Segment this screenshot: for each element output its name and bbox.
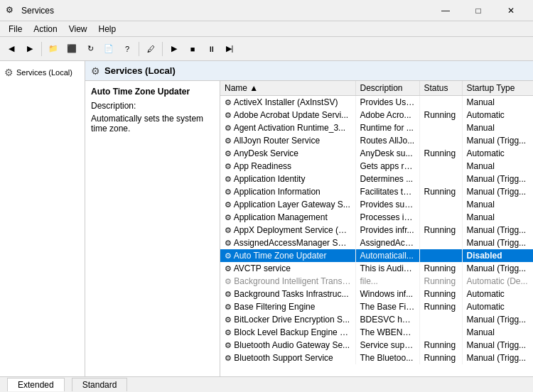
- service-row-icon: ⚙: [225, 124, 232, 132]
- table-row[interactable]: ⚙ AllJoyn Router ServiceRoutes AllJo...M…: [220, 134, 533, 147]
- menu-file[interactable]: File: [3, 23, 28, 36]
- table-row[interactable]: ⚙ BitLocker Drive Encryption S...BDESVC …: [220, 313, 533, 326]
- col-startup[interactable]: Startup Type: [462, 81, 533, 96]
- service-row-icon: ⚙: [225, 354, 232, 362]
- service-startup-cell: Manual (Trigg...: [462, 352, 533, 364]
- restart-button[interactable]: ▶|: [221, 40, 238, 58]
- service-startup-cell: Manual (Trigg...: [462, 313, 533, 326]
- table-row[interactable]: ⚙ AppX Deployment Service (A...Provides …: [220, 224, 533, 236]
- menu-bar: File Action View Help: [0, 21, 533, 37]
- right-panel: ⚙ Services (Local) Auto Time Zone Update…: [85, 61, 533, 376]
- service-status-cell: [419, 211, 462, 224]
- toolbar-sep-3: [162, 42, 163, 56]
- menu-view[interactable]: View: [63, 23, 93, 36]
- service-status-cell: Running: [419, 109, 462, 121]
- table-row[interactable]: ⚙ Adobe Acrobat Update Servi...Adobe Acr…: [220, 109, 533, 121]
- services-table: Name ▲ Description Status Startup Type L…: [220, 81, 533, 364]
- table-row[interactable]: ⚙ Background Intelligent Transfer Servic…: [220, 275, 533, 288]
- service-status-cell: Running: [419, 224, 462, 236]
- forward-button[interactable]: ▶: [21, 40, 38, 58]
- tree-item-label: Services (Local): [16, 68, 72, 77]
- service-desc-cell: This is Audio...: [355, 262, 419, 275]
- table-row[interactable]: ⚙ Application ManagementProcesses in...M…: [220, 211, 533, 224]
- content-header-title: Services (Local): [104, 65, 176, 76]
- table-row[interactable]: ⚙ Background Tasks Infrastruc...Windows …: [220, 288, 533, 300]
- table-row[interactable]: ⚙ Application IdentityDetermines ...Manu…: [220, 173, 533, 185]
- table-row[interactable]: ⚙ Bluetooth Support ServiceThe Bluetoo..…: [220, 352, 533, 364]
- table-row[interactable]: ⚙ AVCTP serviceThis is Audio...RunningMa…: [220, 262, 533, 275]
- service-row-icon: ⚙: [225, 136, 232, 145]
- toolbar-sep-1: [41, 42, 42, 56]
- toolbar-sep-2: [139, 42, 139, 56]
- help-button[interactable]: ?: [119, 40, 136, 58]
- service-status-cell: Running: [419, 288, 462, 300]
- table-row[interactable]: ⚙ ActiveX Installer (AxInstSV)Provides U…: [220, 96, 533, 109]
- service-desc-cell: Determines ...: [355, 173, 419, 185]
- description-label: Description:: [91, 101, 214, 111]
- table-row[interactable]: ⚙ AssignedAccessManager Ser...AssignedAc…: [220, 236, 533, 249]
- service-row-icon: ⚙: [225, 162, 232, 170]
- col-name[interactable]: Name ▲: [220, 81, 355, 96]
- table-row[interactable]: ⚙ Agent Activation Runtime_3...Runtime f…: [220, 121, 533, 134]
- service-row-icon: ⚙: [225, 277, 232, 285]
- close-button[interactable]: ✕: [495, 0, 527, 21]
- service-status-cell: [419, 96, 462, 109]
- folder-button[interactable]: 📁: [45, 40, 62, 58]
- service-desc-cell: Service supp...: [355, 339, 419, 352]
- table-row[interactable]: ⚙ AnyDesk ServiceAnyDesk su...RunningAut…: [220, 147, 533, 160]
- service-startup-cell: Manual: [462, 326, 533, 339]
- table-area[interactable]: Name ▲ Description Status Startup Type L…: [220, 81, 533, 376]
- service-startup-cell: Manual (Trigg...: [462, 173, 533, 185]
- service-startup-cell: Disabled: [462, 249, 533, 262]
- refresh-button[interactable]: ↻: [82, 40, 99, 58]
- title-bar-text: Services: [21, 6, 429, 16]
- service-desc-cell: Processes in...: [355, 211, 419, 224]
- back-button[interactable]: ◀: [3, 40, 20, 58]
- title-bar-controls: — □ ✕: [429, 0, 527, 21]
- service-status-cell: [419, 249, 462, 262]
- service-desc-cell: Adobe Acro...: [355, 109, 419, 121]
- table-row[interactable]: ⚙ App ReadinessGets apps re...ManualLoc.…: [220, 160, 533, 173]
- properties-button[interactable]: 🖊: [142, 40, 159, 58]
- col-description[interactable]: Description: [355, 81, 419, 96]
- description-text: Automatically sets the system time zone.: [91, 114, 214, 134]
- tab-extended[interactable]: Extended: [7, 378, 65, 391]
- service-row-icon: ⚙: [225, 226, 232, 234]
- service-desc-cell: Windows inf...: [355, 288, 419, 300]
- table-row[interactable]: ⚙ Block Level Backup Engine S...The WBEN…: [220, 326, 533, 339]
- show-hide-button[interactable]: ⬛: [63, 40, 80, 58]
- service-row-icon: ⚙: [225, 149, 232, 158]
- table-row[interactable]: ⚙ Base Filtering EngineThe Base Filt...R…: [220, 300, 533, 313]
- service-startup-cell: Manual (Trigg...: [462, 236, 533, 249]
- service-startup-cell: Manual (Trigg...: [462, 185, 533, 198]
- service-row-icon: ⚙: [225, 303, 232, 311]
- service-row-icon: ⚙: [225, 264, 232, 273]
- col-status[interactable]: Status: [419, 81, 462, 96]
- maximize-button[interactable]: □: [462, 0, 495, 21]
- export-button[interactable]: 📄: [100, 40, 117, 58]
- table-row[interactable]: ⚙ Application Layer Gateway S...Provides…: [220, 198, 533, 211]
- service-row-icon: ⚙: [225, 175, 232, 183]
- content-header-icon: ⚙: [91, 65, 100, 77]
- main-area: ⚙ Services (Local) ⚙ Services (Local) Au…: [0, 61, 533, 376]
- services-tbody: ⚙ ActiveX Installer (AxInstSV)Provides U…: [220, 96, 533, 365]
- tab-standard[interactable]: Standard: [72, 378, 128, 391]
- service-desc-cell: The WBENGI...: [355, 326, 419, 339]
- service-status-cell: [419, 313, 462, 326]
- service-row-icon: ⚙: [225, 239, 232, 247]
- service-startup-cell: Automatic (De...: [462, 275, 533, 288]
- table-row[interactable]: ⚙ Application InformationFacilitates th.…: [220, 185, 533, 198]
- service-status-cell: [419, 173, 462, 185]
- pause-button[interactable]: ⏸: [203, 40, 220, 58]
- service-desc-cell: The Bluetoo...: [355, 352, 419, 364]
- table-row[interactable]: ⚙ Auto Time Zone UpdaterAutomaticall...D…: [220, 249, 533, 262]
- menu-help[interactable]: Help: [93, 23, 122, 36]
- play-button[interactable]: ▶: [166, 40, 183, 58]
- menu-action[interactable]: Action: [28, 23, 63, 36]
- title-bar: ⚙ Services — □ ✕: [0, 0, 533, 21]
- tree-item-services-local[interactable]: ⚙ Services (Local): [0, 64, 85, 81]
- stop-button[interactable]: ■: [184, 40, 201, 58]
- minimize-button[interactable]: —: [429, 0, 462, 21]
- service-startup-cell: Automatic: [462, 109, 533, 121]
- table-row[interactable]: ⚙ Bluetooth Audio Gateway Se...Service s…: [220, 339, 533, 352]
